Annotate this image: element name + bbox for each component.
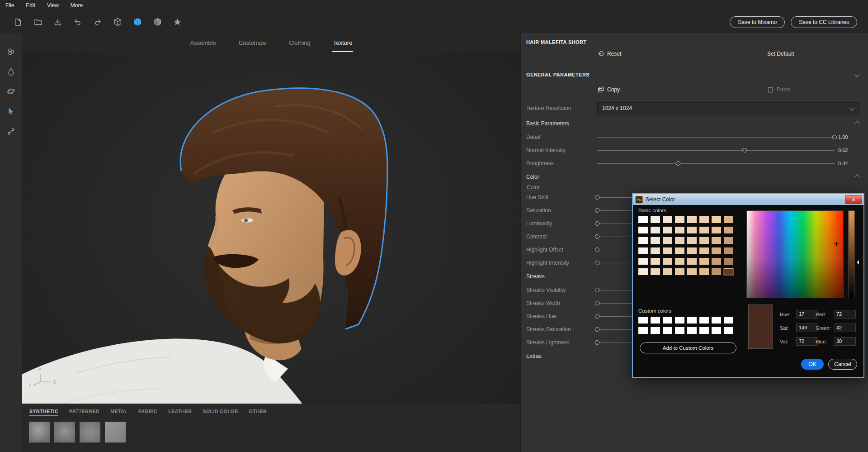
slider-handle[interactable] — [595, 340, 599, 345]
slider-handle[interactable] — [595, 288, 599, 292]
shaded-view-button[interactable] — [133, 18, 142, 27]
add-to-custom-colors-button[interactable]: Add to Custom Colors — [640, 343, 736, 353]
redo-button[interactable] — [93, 18, 102, 27]
slider-handle[interactable] — [595, 208, 599, 213]
value-slider-bar[interactable] — [848, 210, 855, 298]
wireframe-view-button[interactable] — [113, 18, 122, 27]
material-tab-metal[interactable]: METAL — [110, 409, 127, 416]
dialog-titlebar[interactable]: Fu Select Color × — [633, 194, 863, 205]
slider-handle[interactable] — [595, 221, 599, 226]
viewport[interactable]: Y X Z SYNTHETICPATTERNEDMETALFABRICLEATH… — [22, 52, 520, 452]
new-document-button[interactable] — [14, 18, 23, 27]
ok-button[interactable]: OK — [801, 359, 824, 370]
menu-file[interactable]: File — [5, 2, 14, 9]
paste-button[interactable]: Paste — [767, 86, 791, 93]
basic-color-swatch[interactable] — [724, 258, 733, 265]
save-to-cc-libraries-button[interactable]: Save to CC Libraries — [791, 16, 857, 28]
custom-color-swatch[interactable] — [699, 327, 709, 334]
material-tab-leather[interactable]: LEATHER — [168, 409, 192, 416]
slider-handle[interactable] — [595, 247, 599, 252]
material-tab-other[interactable]: OTHER — [249, 409, 267, 416]
texture-thumbnail[interactable] — [29, 422, 50, 442]
tab-assemble[interactable]: Assemble — [189, 36, 217, 52]
basic-color-swatch[interactable] — [699, 247, 709, 254]
slider-handle[interactable] — [595, 234, 599, 239]
basic-color-swatch[interactable] — [638, 268, 648, 275]
basic-color-swatch[interactable] — [712, 237, 721, 244]
basic-color-swatch[interactable] — [699, 227, 709, 233]
basic-color-swatch[interactable] — [638, 237, 648, 244]
basic-color-swatch[interactable] — [712, 227, 721, 233]
texture-thumbnail[interactable] — [80, 422, 100, 442]
select-tool-button[interactable] — [6, 106, 16, 116]
basic-color-swatch[interactable] — [663, 247, 672, 254]
custom-color-swatch[interactable] — [651, 317, 660, 324]
basic-color-swatch[interactable] — [675, 237, 684, 244]
save-to-mixamo-button[interactable]: Save to Mixamo — [730, 16, 785, 28]
custom-color-swatch[interactable] — [699, 317, 709, 324]
color-picker-crosshair[interactable]: + — [834, 239, 839, 248]
basic-color-swatch[interactable] — [687, 216, 697, 223]
basic-color-swatch[interactable] — [651, 216, 660, 223]
set-default-button[interactable]: Set Default — [767, 51, 794, 57]
custom-color-swatch[interactable] — [687, 327, 697, 334]
slider-handle[interactable] — [742, 148, 747, 152]
open-file-button[interactable] — [33, 18, 42, 27]
basic-color-swatch[interactable] — [687, 227, 697, 233]
material-tab-patterned[interactable]: PATTERNED — [69, 409, 99, 416]
menu-more[interactable]: More — [71, 2, 83, 9]
reset-button[interactable]: Reset — [598, 51, 621, 57]
basic-color-swatch[interactable] — [651, 227, 660, 233]
basic-color-swatch[interactable] — [651, 237, 660, 244]
slider-handle[interactable] — [595, 301, 599, 305]
cancel-button[interactable]: Cancel — [828, 359, 857, 370]
basic-color-swatch[interactable] — [687, 268, 697, 275]
collapse-chevron-icon[interactable] — [854, 174, 859, 179]
slider-handle[interactable] — [595, 261, 599, 265]
slider-handle[interactable] — [595, 195, 599, 200]
blue-field[interactable]: 30 — [834, 337, 856, 346]
slider-handle[interactable] — [595, 327, 599, 332]
basic-color-swatch[interactable] — [687, 258, 697, 265]
slider-track[interactable] — [597, 137, 835, 138]
basic-color-swatch[interactable] — [638, 216, 648, 223]
basic-color-swatch[interactable] — [724, 268, 733, 275]
basic-color-swatch[interactable] — [651, 268, 660, 275]
menu-view[interactable]: View — [47, 2, 59, 9]
basic-color-swatch[interactable] — [724, 237, 733, 244]
basic-color-swatch[interactable] — [675, 258, 684, 265]
basic-color-swatch[interactable] — [699, 268, 709, 275]
custom-color-swatch[interactable] — [712, 327, 721, 334]
texture-thumbnail[interactable] — [54, 422, 75, 442]
slider-track[interactable] — [597, 163, 835, 164]
basic-color-swatch[interactable] — [651, 247, 660, 254]
custom-color-swatch[interactable] — [724, 317, 733, 324]
basic-color-swatch[interactable] — [675, 247, 684, 254]
basic-color-swatch[interactable] — [712, 258, 721, 265]
tab-customize[interactable]: Customize — [238, 36, 267, 52]
bone-tool-button[interactable] — [6, 126, 16, 136]
custom-color-swatch[interactable] — [675, 327, 684, 334]
basic-color-swatch[interactable] — [663, 268, 672, 275]
basic-color-swatch[interactable] — [638, 247, 648, 254]
basic-color-swatch[interactable] — [712, 216, 721, 223]
basic-color-swatch[interactable] — [724, 247, 733, 254]
basic-color-swatch[interactable] — [638, 227, 648, 233]
slider-handle[interactable] — [832, 135, 837, 139]
general-parameters-header[interactable]: GENERAL PARAMETERS — [521, 67, 868, 82]
texture-thumbnail[interactable] — [105, 422, 126, 442]
tab-clothing[interactable]: Clothing — [288, 36, 311, 52]
hue-field[interactable]: 17 — [796, 310, 818, 319]
basic-color-swatch[interactable] — [675, 268, 684, 275]
menu-edit[interactable]: Edit — [26, 2, 35, 9]
material-tab-fabric[interactable]: FABRIC — [138, 409, 157, 416]
custom-color-swatch[interactable] — [724, 327, 733, 334]
basic-color-swatch[interactable] — [687, 237, 697, 244]
custom-color-swatch[interactable] — [651, 327, 660, 334]
val-field[interactable]: 72 — [796, 337, 818, 346]
paint-tool-button[interactable] — [6, 67, 16, 76]
custom-color-swatch[interactable] — [712, 317, 721, 324]
custom-color-swatch[interactable] — [663, 327, 672, 334]
save-button[interactable] — [53, 18, 62, 27]
blend-tool-button[interactable] — [6, 47, 16, 57]
